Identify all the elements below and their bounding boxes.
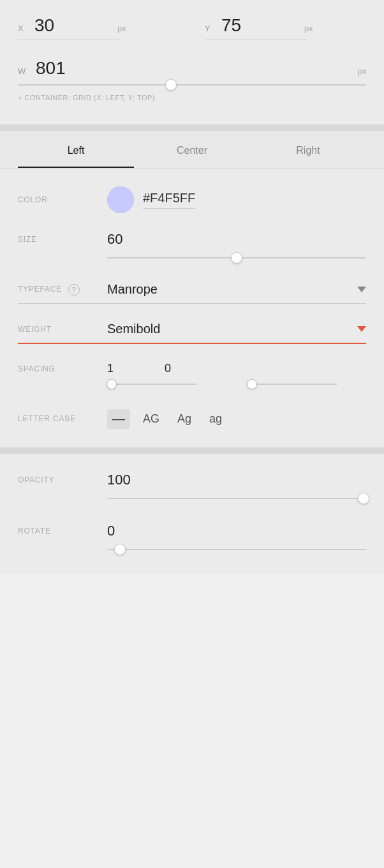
rotate-value[interactable]: 0 <box>107 523 115 539</box>
spacing-value-1[interactable]: 1 <box>107 362 114 375</box>
section-divider-1 <box>0 124 384 131</box>
tab-left[interactable]: Left <box>18 131 134 168</box>
spacing-track-1 <box>107 384 196 385</box>
size-slider-thumb[interactable] <box>231 252 242 264</box>
y-underline <box>205 40 307 40</box>
color-value-area: #F4F5FF <box>107 186 366 213</box>
spacing-thumb-1[interactable] <box>107 379 117 389</box>
spacing-controls: 1 0 <box>107 362 366 391</box>
bottom-section: OPACITY 100 ROTATE 0 <box>0 454 384 574</box>
weight-underline <box>18 343 366 344</box>
x-field: X 30 px <box>18 15 179 40</box>
props-section: COLOR #F4F5FF SIZE 60 <box>0 168 384 447</box>
container-label: + CONTAINER: GRID (X: LEFT, Y: TOP) <box>18 91 366 112</box>
size-row: SIZE 60 <box>18 231 366 264</box>
color-row: COLOR #F4F5FF <box>18 186 366 213</box>
spacing-values: 1 0 <box>107 362 366 375</box>
typeface-name: Manrope <box>107 282 158 297</box>
spacing-row: SPACING 1 0 <box>18 362 366 391</box>
y-value[interactable]: 75 <box>221 15 298 36</box>
opacity-slider-track <box>107 498 366 499</box>
letter-case-options: — AG Ag ag <box>107 408 227 430</box>
color-label: COLOR <box>18 195 107 204</box>
spacing-value-2[interactable]: 0 <box>165 362 171 375</box>
weight-value: Semibold <box>107 322 160 336</box>
y-field: Y 75 px <box>205 15 366 40</box>
spacing-sliders <box>107 378 366 391</box>
y-unit: px <box>304 24 313 33</box>
size-slider-track <box>107 257 366 258</box>
color-hex[interactable]: #F4F5FF <box>143 191 195 206</box>
position-section: X 30 px Y 75 px <box>0 0 384 53</box>
rotate-label: ROTATE <box>18 527 107 535</box>
color-swatch[interactable] <box>107 186 134 213</box>
typeface-help-icon[interactable]: ? <box>68 284 80 296</box>
spacing-thumb-2[interactable] <box>247 379 257 389</box>
color-display[interactable]: #F4F5FF <box>107 186 366 213</box>
weight-select[interactable]: Semibold <box>107 322 366 336</box>
tab-center[interactable]: Center <box>134 131 250 168</box>
spacing-label: SPACING <box>18 362 107 373</box>
letter-case-label: LETTER CASE <box>18 414 107 423</box>
weight-dropdown-icon[interactable] <box>357 326 366 332</box>
w-slider[interactable] <box>18 79 366 91</box>
w-label: W <box>18 66 28 76</box>
rotate-slider-track <box>107 549 366 550</box>
size-slider[interactable] <box>107 251 366 264</box>
letter-case-row: LETTER CASE — AG Ag ag <box>18 408 366 430</box>
tabs-row: Left Center Right <box>18 131 366 168</box>
case-option-none[interactable]: — <box>107 409 130 429</box>
typeface-underline <box>18 303 366 304</box>
opacity-row: OPACITY 100 <box>18 472 366 505</box>
spacing-slider-2[interactable] <box>247 378 337 391</box>
w-slider-thumb[interactable] <box>165 79 177 91</box>
opacity-slider-thumb[interactable] <box>358 493 369 504</box>
tabs-section: Left Center Right <box>0 131 384 168</box>
case-option-lower[interactable]: ag <box>204 408 227 430</box>
spacing-slider-1[interactable] <box>107 378 196 391</box>
w-section: W 801 px + CONTAINER: GRID (X: LEFT, Y: … <box>0 53 384 124</box>
typeface-row: TYPEFACE ? Manrope <box>18 282 366 304</box>
weight-label: WEIGHT <box>18 325 107 334</box>
x-value[interactable]: 30 <box>34 15 111 36</box>
spacing-track-2 <box>247 384 337 385</box>
w-unit: px <box>357 66 366 76</box>
x-label: X <box>18 24 28 33</box>
tab-right[interactable]: Right <box>250 131 366 168</box>
opacity-slider[interactable] <box>107 492 366 505</box>
w-slider-track <box>18 84 366 86</box>
opacity-value[interactable]: 100 <box>107 472 131 488</box>
opacity-label: OPACITY <box>18 475 107 484</box>
section-divider-2 <box>0 447 384 454</box>
x-underline <box>18 40 120 40</box>
color-hex-block: #F4F5FF <box>143 191 195 209</box>
case-option-title[interactable]: Ag <box>172 408 196 430</box>
rotate-slider[interactable] <box>107 543 366 556</box>
rotate-row: ROTATE 0 <box>18 523 366 556</box>
y-label: Y <box>205 24 215 33</box>
size-label: SIZE <box>18 235 107 244</box>
typeface-label: TYPEFACE ? <box>18 284 107 296</box>
weight-row: WEIGHT Semibold <box>18 322 366 344</box>
typeface-dropdown-icon[interactable] <box>357 287 366 292</box>
rotate-slider-thumb[interactable] <box>114 544 126 555</box>
x-unit: px <box>117 24 126 33</box>
typeface-select[interactable]: Manrope <box>107 282 366 297</box>
case-option-upper[interactable]: AG <box>138 408 165 430</box>
w-value[interactable]: 801 <box>36 58 66 79</box>
color-underline <box>143 208 195 209</box>
size-value[interactable]: 60 <box>107 231 122 248</box>
